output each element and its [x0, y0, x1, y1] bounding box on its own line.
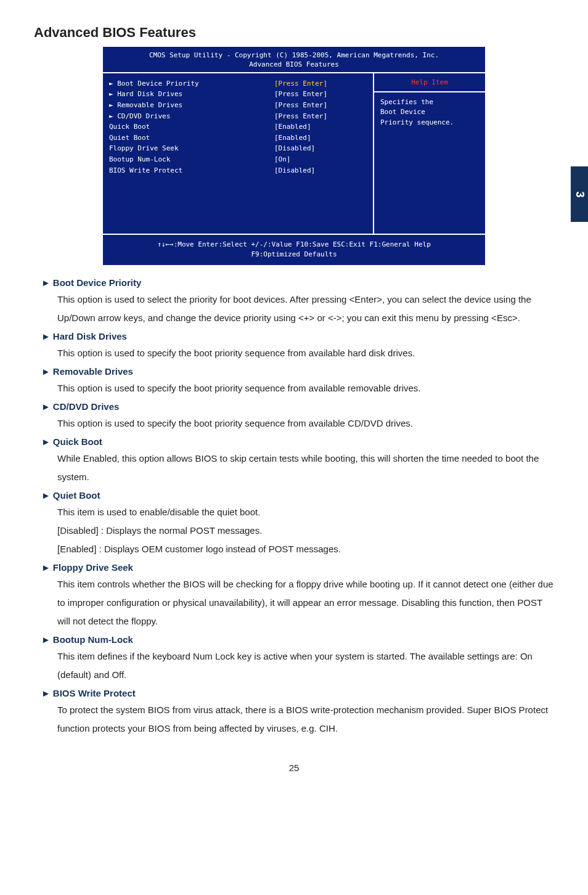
description-item: ►Bootup Num-LockThis item defines if the…	[34, 634, 554, 684]
bios-option-name: BIOS Write Protect	[109, 165, 274, 176]
description-item: ►CD/DVD DrivesThis option is used to spe…	[34, 401, 554, 433]
description-item: ►BIOS Write ProtectTo protect the system…	[34, 688, 554, 738]
bios-option-name: ► CD/DVD Drives	[109, 111, 274, 122]
side-tab-label: 3	[573, 191, 586, 197]
description-body: This option is used to specify the boot …	[57, 379, 554, 398]
description-title: ►Removable Drives	[41, 366, 554, 377]
description-body: While Enabled, this option allows BIOS t…	[57, 449, 554, 486]
description-body: To protect the system BIOS from virus at…	[57, 701, 554, 738]
bios-option-name: Quick Boot	[109, 121, 274, 133]
description-body: This option is used to specify the boot …	[57, 414, 554, 433]
bios-option-value: [Disabled]	[274, 165, 367, 176]
description-item: ►Removable DrivesThis option is used to …	[34, 366, 554, 398]
triangle-icon: ►	[41, 634, 51, 645]
bios-option-name: ► Hard Disk Drives	[109, 89, 274, 100]
description-line: [Enabled] : Displays OEM customer logo i…	[57, 540, 554, 558]
bios-option-value: [Press Enter]	[274, 89, 367, 100]
description-title: ►Bootup Num-Lock	[41, 634, 554, 645]
bios-footer-line1: ↑↓←→:Move Enter:Select +/-/:Value F10:Sa…	[105, 240, 483, 250]
bios-help-title: Help Item	[374, 73, 485, 92]
description-title-text: Floppy Drive Seek	[53, 562, 133, 573]
bios-header-line2: Advanced BIOS Features	[105, 60, 483, 69]
bios-help-body: Specifies theBoot DevicePriority sequenc…	[374, 92, 485, 133]
triangle-icon: ►	[41, 436, 51, 447]
bios-option-name: Bootup Num-Lock	[109, 154, 274, 165]
bios-left-panel: ► Boot Device Priority► Hard Disk Drives…	[103, 73, 373, 234]
bios-header-line1: CMOS Setup Utility - Copyright (C) 1985-…	[105, 51, 483, 60]
description-line: This item controls whether the BIOS will…	[57, 575, 554, 631]
bios-option-value: [On]	[274, 154, 367, 165]
bios-option-value: [Press Enter]	[274, 100, 367, 111]
bios-option-value: [Disabled]	[274, 143, 367, 154]
description-title-text: Boot Device Priority	[53, 277, 141, 288]
description-item: ►Quiet BootThis item is used to enable/d…	[34, 490, 554, 558]
bios-option-name: Quiet Boot	[109, 133, 274, 144]
bios-footer-line2: F9:Optimized Defaults	[105, 250, 483, 260]
description-line: This option is used to specify the boot …	[57, 344, 554, 362]
page-number: 25	[34, 762, 554, 773]
description-title-text: BIOS Write Protect	[53, 688, 136, 698]
bios-footer: ↑↓←→:Move Enter:Select +/-/:Value F10:Sa…	[103, 235, 485, 265]
description-title-text: Hard Disk Drives	[53, 331, 127, 341]
bios-help-line: Boot Device	[380, 107, 479, 118]
description-title-text: Bootup Num-Lock	[53, 634, 133, 645]
description-line: This option is used to specify the boot …	[57, 414, 554, 433]
triangle-icon: ►	[41, 277, 51, 288]
description-line: This option is used to select the priori…	[57, 290, 554, 327]
triangle-icon: ►	[41, 401, 51, 412]
description-title-text: Quick Boot	[53, 436, 102, 447]
bios-help-panel: Help Item Specifies theBoot DevicePriori…	[373, 73, 485, 234]
bios-option-value: [Press Enter]	[274, 78, 367, 89]
triangle-icon: ►	[41, 562, 51, 573]
triangle-icon: ►	[41, 688, 51, 698]
description-body: This item is used to enable/disable the …	[57, 503, 554, 558]
description-line: While Enabled, this option allows BIOS t…	[57, 449, 554, 486]
triangle-icon: ►	[41, 331, 51, 341]
description-title-text: Removable Drives	[53, 366, 133, 377]
bios-option-value: [Enabled]	[274, 121, 367, 133]
description-item: ►Floppy Drive SeekThis item controls whe…	[34, 562, 554, 631]
description-item: ►Hard Disk DrivesThis option is used to …	[34, 331, 554, 362]
description-body: This item defines if the keyboard Num Lo…	[57, 647, 554, 684]
bios-body: ► Boot Device Priority► Hard Disk Drives…	[103, 72, 485, 235]
description-body: This item controls whether the BIOS will…	[57, 575, 554, 631]
bios-option-value: [Press Enter]	[274, 111, 367, 122]
description-line: This option is used to specify the boot …	[57, 379, 554, 398]
bios-header: CMOS Setup Utility - Copyright (C) 1985-…	[103, 47, 485, 72]
description-item: ►Quick BootWhile Enabled, this option al…	[34, 436, 554, 486]
description-title: ►Floppy Drive Seek	[41, 562, 554, 573]
bios-screen: CMOS Setup Utility - Copyright (C) 1985-…	[102, 46, 486, 266]
triangle-icon: ►	[41, 490, 51, 501]
description-item: ►Boot Device PriorityThis option is used…	[34, 277, 554, 327]
description-title: ►BIOS Write Protect	[41, 688, 554, 698]
bios-help-line: Priority sequence.	[380, 118, 479, 128]
bios-option-value: [Enabled]	[274, 133, 367, 144]
description-title-text: Quiet Boot	[53, 490, 100, 501]
description-line: This item defines if the keyboard Num Lo…	[57, 647, 554, 684]
description-title-text: CD/DVD Drives	[53, 401, 120, 412]
description-line: This item is used to enable/disable the …	[57, 503, 554, 521]
description-title: ►Quiet Boot	[41, 490, 554, 501]
description-title: ►Hard Disk Drives	[41, 331, 554, 341]
bios-option-name: ► Boot Device Priority	[109, 78, 274, 89]
bios-option-name: ► Removable Drives	[109, 100, 274, 111]
side-tab: 3	[571, 166, 588, 222]
description-line: [Disabled] : Displays the normal POST me…	[57, 521, 554, 540]
description-title: ►CD/DVD Drives	[41, 401, 554, 412]
description-line: To protect the system BIOS from virus at…	[57, 701, 554, 738]
bios-help-line: Specifies the	[380, 97, 479, 108]
section-title: Advanced BIOS Features	[34, 25, 554, 41]
description-body: This option is used to specify the boot …	[57, 344, 554, 362]
bios-option-name: Floppy Drive Seek	[109, 143, 274, 154]
description-title: ►Boot Device Priority	[41, 277, 554, 288]
triangle-icon: ►	[41, 366, 51, 377]
description-body: This option is used to select the priori…	[57, 290, 554, 327]
description-title: ►Quick Boot	[41, 436, 554, 447]
